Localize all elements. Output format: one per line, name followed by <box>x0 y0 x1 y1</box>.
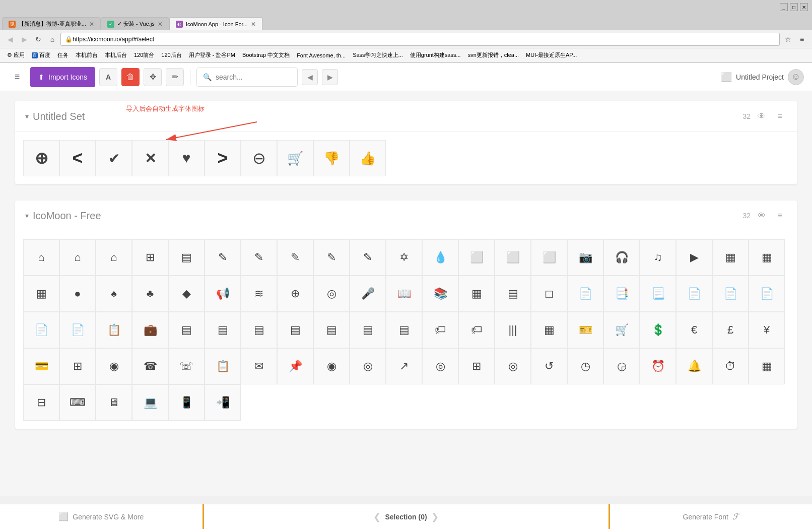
icomoon-icon-85[interactable]: ⌨ <box>59 384 96 421</box>
icomoon-icon-28[interactable]: ⊕ <box>277 276 313 312</box>
icomoon-icon-70[interactable]: 📌 <box>277 348 313 384</box>
icon-cart[interactable]: 🛒 <box>277 140 313 176</box>
icomoon-icon-43[interactable]: 📄 <box>59 312 96 348</box>
icomoon-icon-64[interactable]: ⊞ <box>59 348 96 384</box>
icomoon-icon-15[interactable]: 📷 <box>567 239 603 276</box>
bookmark-local-front[interactable]: 本机前台 <box>73 50 101 60</box>
icomoon-icon-22[interactable]: ● <box>59 276 96 312</box>
icomoon-icon-27[interactable]: ≋ <box>241 276 277 312</box>
bookmark-local-back[interactable]: 本机后台 <box>102 50 130 60</box>
icomoon-free-menu-btn[interactable]: ≡ <box>773 209 787 223</box>
icomoon-icon-40[interactable]: 📄 <box>712 276 749 312</box>
close-btn[interactable]: ✕ <box>800 3 808 11</box>
icomoon-icon-65[interactable]: ◉ <box>96 348 132 384</box>
icomoon-icon-31[interactable]: 📖 <box>386 276 422 312</box>
icomoon-icon-51[interactable]: ▤ <box>350 312 386 348</box>
icomoon-icon-59[interactable]: 💲 <box>640 312 676 348</box>
icon-minus-circle[interactable]: ⊖ <box>241 140 277 176</box>
icomoon-icon-23[interactable]: ♠ <box>96 276 132 312</box>
untitled-set-view-btn[interactable]: 👁 <box>755 109 769 123</box>
icomoon-icon-41[interactable]: 📄 <box>749 276 785 312</box>
generate-svg-button[interactable]: ⬜ Generate SVG & More <box>0 512 202 521</box>
user-avatar[interactable]: ☺ <box>788 69 804 85</box>
minimize-btn[interactable]: _ <box>780 3 788 11</box>
icomoon-icon-60[interactable]: € <box>676 312 712 348</box>
edit-button[interactable]: ✏ <box>166 68 184 86</box>
icomoon-icon-14[interactable]: ⬜ <box>531 239 567 276</box>
icon-plus-circle[interactable]: ⊕ <box>23 140 59 176</box>
icomoon-icon-9[interactable]: ✎ <box>350 239 386 276</box>
icomoon-icon-45[interactable]: 💼 <box>132 312 168 348</box>
icomoon-icon-55[interactable]: ||| <box>495 312 531 348</box>
bookmark-grunt[interactable]: 使用grunt构建sass... <box>407 50 464 60</box>
icomoon-icon-42[interactable]: 📄 <box>23 312 59 348</box>
icomoon-icon-78[interactable]: ◷ <box>567 348 603 384</box>
generate-font-button[interactable]: Generate Font ℱ <box>610 512 813 521</box>
settings-button[interactable]: ≡ <box>796 33 808 45</box>
browser-tab-icomoon[interactable]: ◐ IcoMoon App - Icon For... ✕ <box>169 17 262 30</box>
icomoon-icon-86[interactable]: 🖥 <box>96 384 132 421</box>
icomoon-icon-69[interactable]: ✉ <box>241 348 277 384</box>
search-input[interactable] <box>216 73 291 81</box>
untitled-set-menu-btn[interactable]: ≡ <box>773 109 787 123</box>
icomoon-icon-0[interactable]: ⌂ <box>23 239 59 276</box>
icomoon-icon-5[interactable]: ✎ <box>205 239 241 276</box>
icomoon-icon-33[interactable]: ▦ <box>458 276 495 312</box>
icomoon-icon-54[interactable]: 🏷 <box>458 312 495 348</box>
bookmark-user-login[interactable]: 用户登录 - 盐谷PM <box>186 50 238 60</box>
icomoon-icon-46[interactable]: ▤ <box>168 312 205 348</box>
forward-button[interactable]: ▶ <box>18 33 30 45</box>
icomoon-icon-48[interactable]: ▤ <box>241 312 277 348</box>
icomoon-icon-19[interactable]: ▦ <box>712 239 749 276</box>
star-button[interactable]: ☆ <box>782 33 794 45</box>
icomoon-icon-35[interactable]: ◻ <box>531 276 567 312</box>
icomoon-icon-72[interactable]: ◎ <box>350 348 386 384</box>
icomoon-icon-6[interactable]: ✎ <box>241 239 277 276</box>
icon-chevron-left[interactable]: < <box>59 140 96 176</box>
maximize-btn[interactable]: □ <box>790 3 798 11</box>
import-icons-button[interactable]: ⬆ Import Icons <box>30 67 95 87</box>
icomoon-icon-24[interactable]: ♣ <box>132 276 168 312</box>
vuejs-tab-close[interactable]: ✕ <box>158 21 163 28</box>
icomoon-icon-47[interactable]: ▤ <box>205 312 241 348</box>
icomoon-icon-83[interactable]: ▦ <box>749 348 785 384</box>
icomoon-icon-58[interactable]: 🛒 <box>603 312 640 348</box>
icomoon-icon-4[interactable]: ▤ <box>168 239 205 276</box>
icomoon-icon-68[interactable]: 📋 <box>205 348 241 384</box>
icomoon-icon-52[interactable]: ▤ <box>386 312 422 348</box>
icomoon-icon-38[interactable]: 📃 <box>640 276 676 312</box>
icomoon-icon-30[interactable]: 🎤 <box>350 276 386 312</box>
bookmark-fontawesome[interactable]: Font Awesome, th... <box>294 51 349 59</box>
icomoon-icon-16[interactable]: 🎧 <box>603 239 640 276</box>
bookmark-baidu[interactable]: 百 百度 <box>29 50 53 60</box>
icomoon-icon-7[interactable]: ✎ <box>277 239 313 276</box>
icon-heart[interactable]: ♥ <box>168 140 205 176</box>
browser-tab-weibo[interactable]: 微 【新消息】微博-亚真职业... ✕ <box>2 17 101 30</box>
bookmarks-apps[interactable]: ⚙ 应用 <box>4 50 28 60</box>
selection-right-arrow[interactable]: ❯ <box>431 511 439 522</box>
icomoon-icon-67[interactable]: ☏ <box>168 348 205 384</box>
icomoon-icon-25[interactable]: ◆ <box>168 276 205 312</box>
weibo-tab-close[interactable]: ✕ <box>89 21 94 28</box>
icomoon-icon-39[interactable]: 📄 <box>676 276 712 312</box>
icomoon-icon-89[interactable]: 📲 <box>205 384 241 421</box>
icomoon-icon-56[interactable]: ▦ <box>531 312 567 348</box>
menu-button[interactable]: ≡ <box>8 68 26 86</box>
icomoon-icon-29[interactable]: ◎ <box>313 276 350 312</box>
icomoon-icon-32[interactable]: 📚 <box>422 276 458 312</box>
icomoon-icon-8[interactable]: ✎ <box>313 239 350 276</box>
untitled-set-chevron[interactable]: ▾ <box>25 112 29 120</box>
icomoon-icon-74[interactable]: ◎ <box>422 348 458 384</box>
icomoon-icon-20[interactable]: ▦ <box>749 239 785 276</box>
icomoon-icon-3[interactable]: ⊞ <box>132 239 168 276</box>
selection-left-arrow[interactable]: ❮ <box>373 511 381 522</box>
icomoon-icon-49[interactable]: ▤ <box>277 312 313 348</box>
icomoon-icon-1[interactable]: ⌂ <box>59 239 96 276</box>
icomoon-icon-50[interactable]: ▤ <box>313 312 350 348</box>
icomoon-free-chevron[interactable]: ▾ <box>25 212 29 220</box>
icomoon-icon-71[interactable]: ◉ <box>313 348 350 384</box>
back-button[interactable]: ◀ <box>4 33 16 45</box>
bookmark-svn[interactable]: svn更新报错，clea... <box>465 50 522 60</box>
home-button[interactable]: ⌂ <box>46 33 58 45</box>
address-input[interactable] <box>73 36 775 43</box>
